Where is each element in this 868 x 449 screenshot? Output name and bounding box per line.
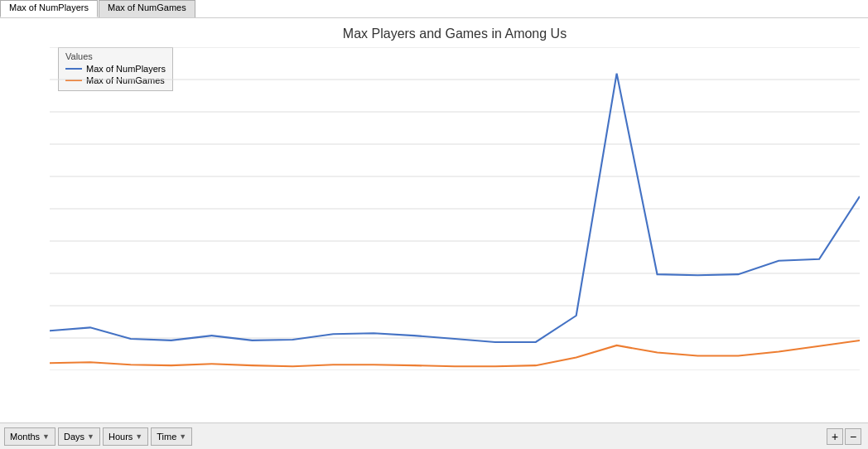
chart-svg: 0 200 400 600 800 1000 1200 1400 1600 18…: [50, 47, 860, 370]
tab-numgames[interactable]: Max of NumGames: [99, 0, 195, 17]
time-arrow: ▼: [179, 432, 186, 441]
filter-hours[interactable]: Hours ▼: [103, 427, 148, 446]
chart-area: 0 200 400 600 800 1000 1200 1400 1600 18…: [50, 47, 860, 370]
bottom-bar: Months ▼ Days ▼ Hours ▼ Time ▼ + −: [0, 422, 868, 449]
zoom-controls: + −: [827, 428, 861, 445]
hours-arrow: ▼: [135, 432, 142, 441]
filter-time[interactable]: Time ▼: [151, 427, 192, 446]
tab-numplayers[interactable]: Max of NumPlayers: [0, 0, 98, 17]
days-arrow: ▼: [87, 432, 94, 441]
filter-months[interactable]: Months ▼: [4, 427, 55, 446]
filter-days[interactable]: Days ▼: [58, 427, 100, 446]
chart-title: Max Players and Games in Among Us: [50, 27, 860, 41]
zoom-out-button[interactable]: −: [845, 428, 861, 445]
chart-container: Max Players and Games in Among Us Values…: [0, 18, 868, 416]
top-tabs: Max of NumPlayers Max of NumGames: [0, 0, 868, 18]
months-arrow: ▼: [42, 432, 50, 441]
players-line: [50, 74, 860, 342]
games-line: [50, 340, 860, 366]
zoom-in-button[interactable]: +: [827, 428, 843, 445]
